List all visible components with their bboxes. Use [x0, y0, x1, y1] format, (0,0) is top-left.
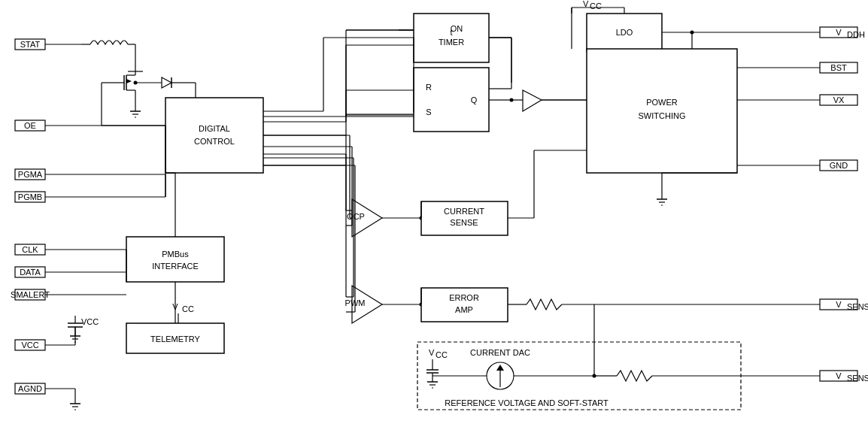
rs-s-label: S [426, 107, 431, 117]
gnd-label: GND [830, 161, 848, 170]
vcc-ref-sub: CC [436, 350, 448, 359]
svg-rect-57 [165, 98, 263, 173]
vsense-plus-sub: SENSE+ [847, 302, 868, 311]
vcc-ref-label: V [429, 348, 435, 357]
svg-rect-67 [126, 237, 224, 282]
vx-label: VX [833, 95, 845, 104]
agnd-label: AGND [18, 384, 42, 393]
ton-sub: ON [451, 24, 463, 33]
vcc-ldo-sub: CC [590, 2, 602, 11]
pgmb-label: PGMB [18, 192, 42, 201]
stat-label: STAT [20, 40, 41, 49]
rs-q-label: Q [471, 95, 478, 104]
digital-control-label2: CONTROL [194, 137, 235, 146]
svg-rect-79 [414, 68, 489, 132]
smalert-label: SMALERT [11, 290, 50, 299]
data-label: DATA [20, 268, 41, 277]
vsense-minus-label: V [836, 371, 842, 380]
pmbus-label2: INTERFACE [152, 262, 199, 271]
power-switching-label2: SWITCHING [639, 111, 686, 120]
current-sense-label2: SENSE [450, 218, 478, 227]
ton-timer-label2: TIMER [439, 38, 464, 47]
current-dac-label: CURRENT DAC [470, 348, 530, 357]
vddh-label: V [836, 28, 842, 37]
rs-r-label: R [426, 83, 432, 92]
telemetry-label: TELEMETRY [150, 335, 200, 344]
vcc-ldo-label: V [583, 0, 589, 8]
vcc-cap-label: VCC [81, 317, 99, 326]
vddh-sub: DDH [847, 30, 865, 39]
ref-voltage-label: REFERENCE VOLTAGE AND SOFT-START [445, 398, 609, 407]
clk-label: CLK [22, 245, 38, 254]
pgma-label: PGMA [18, 170, 43, 179]
vcc-label: VCC [21, 341, 38, 350]
ldo-label: LDO [616, 28, 633, 37]
digital-control-label: DIGITAL [199, 124, 230, 133]
oe-label: OE [24, 121, 36, 130]
vcc-tel-label: V [172, 302, 178, 311]
bst-label: BST [830, 63, 847, 72]
pmbus-label: PMBus [162, 250, 189, 259]
current-sense-label: CURRENT [444, 207, 484, 216]
error-amp-label: ERROR [449, 293, 479, 302]
vsense-plus-label: V [836, 300, 842, 309]
vcc-tel-sub: CC [182, 304, 194, 313]
vsense-minus-sub: SENSE- [847, 374, 868, 383]
power-switching-label: POWER [646, 98, 678, 107]
error-amp-label2: AMP [455, 305, 473, 314]
